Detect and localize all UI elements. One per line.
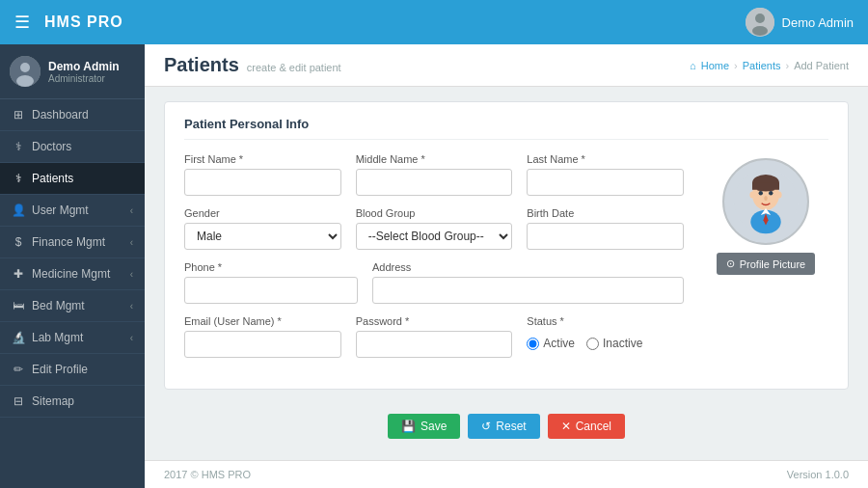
profile-picture-area: ⊙ Profile Picture [703, 153, 828, 369]
action-bar: 💾 Save ↺ Reset ✕ Cancel [164, 404, 849, 444]
footer-copyright: 2017 © HMS PRO [164, 469, 251, 480]
main-layout: Demo Admin Administrator ⊞ Dashboard ⚕ D… [0, 44, 868, 488]
svg-point-4 [20, 63, 30, 72]
svg-point-11 [776, 192, 781, 199]
email-input[interactable] [184, 331, 341, 358]
form-body: First Name * Middle Name * Last Name * [184, 153, 828, 369]
chevron-left-icon: ‹ [130, 301, 133, 312]
address-input[interactable] [372, 277, 684, 304]
camera-icon: ⊙ [726, 258, 735, 270]
footer-version: Version 1.0.0 [787, 469, 849, 480]
page-title: Patients [164, 54, 239, 76]
cancel-button[interactable]: ✕ Cancel [548, 414, 625, 439]
status-inactive-label[interactable]: Inactive [586, 337, 642, 350]
last-name-input[interactable] [527, 169, 684, 196]
profile-picture-btn-label: Profile Picture [740, 258, 805, 270]
breadcrumb: ⌂ Home › Patients › Add Patient [690, 60, 849, 71]
sidebar-item-dashboard[interactable]: ⊞ Dashboard [0, 99, 145, 131]
phone-label: Phone * [184, 261, 358, 273]
last-name-group: Last Name * [527, 153, 684, 196]
cancel-label: Cancel [576, 420, 611, 433]
reset-button[interactable]: ↺ Reset [468, 414, 539, 439]
svg-point-10 [749, 192, 754, 199]
header-right: Demo Admin [746, 8, 854, 37]
first-name-group: First Name * [184, 153, 341, 196]
admin-name: Demo Admin [782, 15, 854, 30]
sidebar-item-user-mgmt[interactable]: 👤 User Mgmt ‹ [0, 195, 145, 227]
patient-form-card: Patient Personal Info First Name * Middl… [164, 101, 849, 390]
svg-point-1 [755, 14, 765, 23]
status-active-radio[interactable] [527, 338, 539, 350]
sidebar-item-edit-profile[interactable]: ✏ Edit Profile [0, 354, 145, 386]
sidebar-item-sitemap[interactable]: ⊟ Sitemap [0, 386, 145, 418]
phone-group: Phone * [184, 261, 358, 304]
svg-rect-14 [757, 189, 764, 191]
content-area: Patients create & edit patient ⌂ Home › … [145, 44, 868, 488]
status-active-text: Active [543, 337, 575, 350]
chevron-left-icon: ‹ [130, 333, 133, 343]
patients-icon: ⚕ [12, 172, 25, 185]
blood-group-label: Blood Group [356, 207, 513, 219]
middle-name-group: Middle Name * [356, 153, 513, 196]
birth-date-group: Birth Date [527, 207, 684, 250]
status-group: Status * Active Inactive [527, 315, 684, 358]
sitemap-icon: ⊟ [12, 394, 25, 408]
form-row-email-pass-status: Email (User Name) * Password * Status * [184, 315, 684, 358]
reset-label: Reset [496, 420, 526, 433]
svg-point-12 [759, 191, 763, 195]
save-button[interactable]: 💾 Save [388, 414, 460, 439]
sidebar-item-label: Patients [32, 172, 73, 185]
avatar-icon [746, 8, 774, 37]
svg-rect-15 [768, 189, 774, 191]
cancel-icon: ✕ [561, 420, 571, 433]
form-row-name: First Name * Middle Name * Last Name * [184, 153, 684, 196]
breadcrumb-sep-2: › [785, 60, 789, 71]
first-name-input[interactable] [184, 169, 341, 196]
sidebar-item-label: Dashboard [32, 108, 89, 122]
breadcrumb-current: Add Patient [794, 60, 849, 71]
profile-picture-button[interactable]: ⊙ Profile Picture [717, 253, 815, 275]
svg-point-5 [16, 75, 34, 87]
form-fields: First Name * Middle Name * Last Name * [184, 153, 684, 369]
sidebar-item-lab-mgmt[interactable]: 🔬 Lab Mgmt ‹ [0, 322, 145, 354]
status-inactive-radio[interactable] [586, 338, 599, 350]
birth-date-label: Birth Date [527, 207, 684, 219]
middle-name-input[interactable] [356, 169, 513, 196]
status-label: Status * [527, 315, 684, 327]
dashboard-icon: ⊞ [12, 108, 25, 122]
sidebar-user-avatar [10, 56, 41, 87]
sidebar-item-label: User Mgmt [32, 203, 89, 217]
birth-date-input[interactable] [527, 223, 684, 250]
sidebar-item-label: Bed Mgmt [32, 299, 85, 312]
sidebar-item-finance-mgmt[interactable]: $ Finance Mgmt ‹ [0, 227, 145, 258]
avatar-circle [722, 158, 809, 245]
chevron-left-icon: ‹ [130, 205, 133, 216]
middle-name-label: Middle Name * [356, 153, 513, 165]
reset-icon: ↺ [481, 420, 491, 433]
blood-group-select[interactable]: --Select Blood Group-- A+ A- B+ B- O+ O-… [356, 223, 513, 250]
page-content: Patient Personal Info First Name * Middl… [145, 87, 868, 460]
address-label: Address [372, 261, 684, 273]
blood-group-group: Blood Group --Select Blood Group-- A+ A-… [356, 207, 513, 250]
medicine-icon: ✚ [12, 267, 25, 281]
sidebar-item-patients[interactable]: ⚕ Patients [0, 163, 145, 195]
sidebar-item-medicine-mgmt[interactable]: ✚ Medicine Mgmt ‹ [0, 258, 145, 290]
avatar-svg [732, 168, 800, 235]
svg-point-16 [764, 196, 768, 201]
lab-icon: 🔬 [12, 331, 25, 344]
gender-select[interactable]: Male Female [184, 223, 341, 250]
top-header: ☰ HMS PRO Demo Admin [0, 0, 868, 44]
page-header: Patients create & edit patient ⌂ Home › … [145, 44, 868, 87]
edit-profile-icon: ✏ [12, 363, 25, 376]
status-active-label[interactable]: Active [527, 337, 575, 350]
breadcrumb-parent[interactable]: Patients [743, 60, 781, 71]
phone-input[interactable] [184, 277, 358, 304]
password-input[interactable] [356, 331, 513, 358]
sidebar-item-bed-mgmt[interactable]: 🛏 Bed Mgmt ‹ [0, 290, 145, 322]
home-icon: ⌂ [690, 60, 696, 71]
hamburger-icon[interactable]: ☰ [14, 12, 30, 33]
sidebar-item-doctors[interactable]: ⚕ Doctors [0, 131, 145, 163]
footer: 2017 © HMS PRO Version 1.0.0 [145, 460, 868, 488]
breadcrumb-home[interactable]: Home [701, 60, 729, 71]
bed-icon: 🛏 [12, 299, 25, 312]
